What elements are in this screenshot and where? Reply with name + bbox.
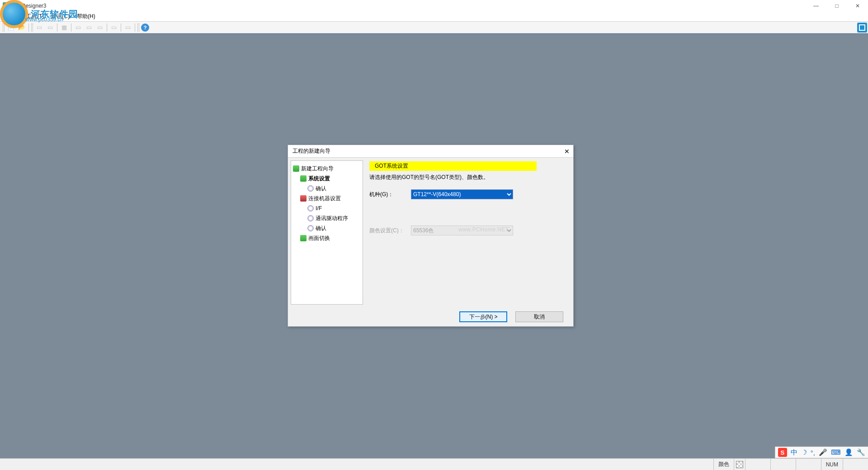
wizard-content-panel: GOT系统设置 请选择使用的GOT的型号名(GOT类型)、颜色数。 机种(G)：… (366, 158, 573, 307)
tool-icon: ▭ (73, 23, 83, 33)
ime-tool-icon[interactable]: 🔧 (857, 448, 865, 456)
tree-screen-switch[interactable]: 画面切换 (293, 233, 361, 243)
menu-tools[interactable]: 工具(T) (23, 13, 47, 20)
menu-comm[interactable]: 通讯(C) (47, 13, 73, 20)
model-select[interactable]: GT12**-V(640x480) (411, 189, 513, 199)
section-header: GOT系统设置 (369, 161, 537, 171)
ime-moon-icon[interactable]: ☽ (801, 448, 807, 456)
ime-mic-icon[interactable]: 🎤 (819, 448, 827, 456)
tree-system-settings[interactable]: 系统设置 (293, 174, 361, 183)
app-icon (3, 2, 10, 9)
status-empty-4 (843, 459, 868, 470)
tool-icon: ▭ (34, 23, 44, 33)
app-title: GT Designer3 (13, 3, 46, 9)
maximize-button[interactable]: □ (826, 0, 847, 12)
close-button[interactable]: ✕ (847, 0, 868, 12)
status-empty-3 (796, 459, 821, 470)
dialog-titlebar: 工程的新建向导 ✕ (288, 145, 573, 158)
statusbar: 颜色 NUM (0, 458, 868, 470)
tree-connect-settings[interactable]: 连接机器设置 (293, 193, 361, 203)
tree-confirm-1[interactable]: 确认 (293, 183, 361, 193)
tool-icon: ▭ (84, 23, 94, 33)
tool-icon: ▭ (95, 23, 105, 33)
ime-keyboard-icon[interactable]: ⌨ (831, 448, 841, 456)
new-icon[interactable]: 📄 (6, 23, 16, 33)
toolbar: 📄 📂 ▭ ▭ ▦ ▭ ▭ ▭ ▭ ▭ ? (0, 22, 868, 33)
sogou-logo-icon[interactable]: S (778, 448, 787, 457)
help-icon[interactable]: ? (141, 24, 149, 32)
workspace-toggle-icon[interactable] (857, 23, 867, 33)
cancel-button[interactable]: 取消 (515, 311, 563, 322)
tool-icon: ▭ (45, 23, 55, 33)
menu-help[interactable]: 帮助(H) (73, 13, 99, 20)
status-empty-2 (770, 459, 796, 470)
wizard-tree: 新建工程向导 系统设置 确认 连接机器设置 I/F 通讯驱动程序 确认 画面切换 (291, 160, 363, 305)
dialog-title-text: 工程的新建向导 (292, 147, 330, 155)
tool-icon: ▦ (59, 23, 69, 33)
ime-lang[interactable]: 中 (791, 448, 797, 457)
dialog-button-row: 下一步(N) > 取消 (288, 307, 573, 326)
color-label: 颜色设置(C)： (369, 227, 411, 235)
section-description: 请选择使用的GOT的型号名(GOT类型)、颜色数。 (369, 174, 567, 181)
status-color-label: 颜色 (713, 459, 734, 470)
menubar: 工具(T) 通讯(C) 帮助(H) (0, 12, 868, 22)
ime-punct-icon[interactable]: °, (811, 449, 815, 456)
tool-icon: ▭ (123, 23, 133, 33)
new-project-wizard-dialog: 工程的新建向导 ✕ 新建工程向导 系统设置 确认 连接机器设置 I/F 通讯驱动… (288, 145, 574, 327)
model-label: 机种(G)： (369, 191, 411, 198)
tree-if[interactable]: I/F (293, 203, 361, 213)
minimize-button[interactable]: — (806, 0, 826, 12)
dialog-close-icon[interactable]: ✕ (564, 148, 570, 155)
open-icon[interactable]: 📂 (17, 23, 27, 33)
ime-user-icon[interactable]: 👤 (844, 448, 853, 456)
panel-watermark: www.PCHome.NET (458, 226, 509, 233)
status-num: NUM (821, 459, 843, 470)
status-color-swatch[interactable] (734, 459, 745, 470)
next-button[interactable]: 下一步(N) > (459, 311, 507, 322)
tree-root[interactable]: 新建工程向导 (293, 164, 361, 174)
tree-confirm-2[interactable]: 确认 (293, 223, 361, 233)
tool-icon: ▭ (109, 23, 119, 33)
ime-toolbar[interactable]: S 中 ☽ °, 🎤 ⌨ 👤 🔧 (775, 446, 868, 458)
status-empty-1 (745, 459, 770, 470)
tree-comm-driver[interactable]: 通讯驱动程序 (293, 213, 361, 223)
titlebar: GT Designer3 — □ ✕ (0, 0, 868, 12)
